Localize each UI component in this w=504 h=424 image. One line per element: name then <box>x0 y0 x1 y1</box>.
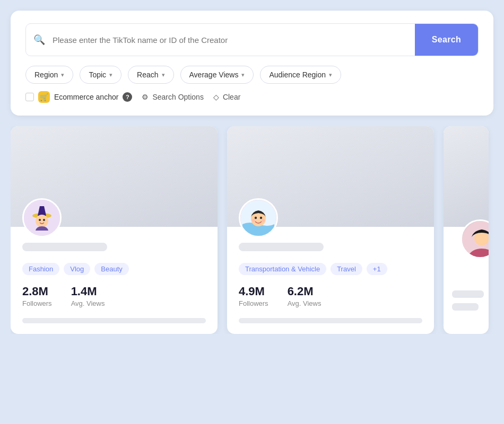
chevron-down-icon: ▾ <box>162 72 165 78</box>
followers-label: Followers <box>239 299 268 307</box>
filter-region-label: Region <box>34 70 58 79</box>
tag[interactable]: Beauty <box>94 263 128 275</box>
svg-point-7 <box>255 217 257 219</box>
search-bar: 🔍 Search <box>25 23 479 56</box>
search-input[interactable] <box>53 26 415 54</box>
creator-card[interactable]: Fashion Vlog Beauty 2.8M Followers 1.4M … <box>11 126 218 334</box>
sliders-icon: ⚙ <box>142 93 149 101</box>
partial-line <box>452 303 479 311</box>
ecommerce-icon: 🛒 <box>38 91 50 103</box>
followers-value: 2.8M <box>22 285 52 298</box>
card-cover <box>11 126 218 227</box>
avg-views-stat: 6.2M Avg. Views <box>288 285 321 307</box>
filter-audience-region[interactable]: Audience Region ▾ <box>260 66 341 84</box>
followers-value: 4.9M <box>239 285 268 298</box>
chevron-down-icon: ▾ <box>61 72 64 78</box>
avg-views-label: Avg. Views <box>71 299 105 307</box>
search-options-button[interactable]: ⚙ Search Options <box>142 93 204 101</box>
tag[interactable]: Vlog <box>64 263 90 275</box>
tag[interactable]: Fashion <box>22 263 59 275</box>
card-cover <box>444 126 489 227</box>
clear-button[interactable]: ◇ Clear <box>213 93 240 101</box>
filter-average-views[interactable]: Average Views ▾ <box>180 66 254 84</box>
avg-views-label: Avg. Views <box>288 299 321 307</box>
avg-views-value: 1.4M <box>71 285 105 298</box>
avatar <box>239 198 278 237</box>
filter-topic-label: Topic <box>89 70 106 79</box>
chevron-down-icon: ▾ <box>329 72 332 78</box>
chevron-down-icon: ▾ <box>109 72 112 78</box>
svg-point-3 <box>39 219 41 221</box>
svg-point-2 <box>36 215 48 227</box>
partial-line <box>452 290 484 298</box>
help-icon[interactable]: ? <box>123 92 132 102</box>
filter-region[interactable]: Region ▾ <box>25 66 73 84</box>
creator-card-partial <box>444 126 489 334</box>
ecommerce-checkbox[interactable] <box>25 93 34 101</box>
card-body: Fashion Vlog Beauty 2.8M Followers 1.4M … <box>11 227 218 334</box>
tag[interactable]: +1 <box>367 263 387 275</box>
engagement-bar <box>22 318 206 323</box>
tag[interactable]: Transportation & Vehicle <box>239 263 326 275</box>
followers-stat: 4.9M Followers <box>239 285 268 307</box>
filter-reach-label: Reach <box>137 70 158 79</box>
filter-reach[interactable]: Reach ▾ <box>128 66 173 84</box>
filter-average-views-label: Average Views <box>189 70 239 79</box>
avg-views-value: 6.2M <box>288 285 321 298</box>
search-panel: 🔍 Search Region ▾ Topic ▾ Reach ▾ Averag… <box>11 11 493 116</box>
search-button[interactable]: Search <box>415 24 478 56</box>
filter-row: Region ▾ Topic ▾ Reach ▾ Average Views ▾… <box>25 66 479 84</box>
followers-label: Followers <box>22 299 52 307</box>
options-row: 🛒 Ecommerce anchor ? ⚙ Search Options ◇ … <box>25 91 479 103</box>
card-cover <box>227 126 434 227</box>
engagement-bar <box>239 318 422 323</box>
chevron-down-icon: ▾ <box>241 72 245 78</box>
creator-card[interactable]: Transportation & Vehicle Travel +1 4.9M … <box>227 126 434 334</box>
partial-card-body <box>444 248 489 326</box>
ecommerce-label: Ecommerce anchor <box>54 93 118 101</box>
card-stats: 4.9M Followers 6.2M Avg. Views <box>239 285 422 307</box>
svg-point-4 <box>43 219 45 221</box>
svg-point-9 <box>252 219 255 222</box>
clear-icon: ◇ <box>213 93 219 101</box>
card-tags: Fashion Vlog Beauty <box>22 263 206 275</box>
ecommerce-anchor-checkbox-row[interactable]: 🛒 Ecommerce anchor ? <box>25 91 132 103</box>
svg-point-8 <box>260 217 262 219</box>
card-body: Transportation & Vehicle Travel +1 4.9M … <box>227 227 434 334</box>
avatar <box>22 198 62 237</box>
card-tags: Transportation & Vehicle Travel +1 <box>239 263 422 275</box>
clear-label: Clear <box>223 93 240 101</box>
card-stats: 2.8M Followers 1.4M Avg. Views <box>22 285 206 307</box>
filter-topic[interactable]: Topic ▾ <box>80 66 121 84</box>
search-options-label: Search Options <box>152 93 204 101</box>
avg-views-stat: 1.4M Avg. Views <box>71 285 105 307</box>
followers-stat: 2.8M Followers <box>22 285 52 307</box>
filter-audience-region-label: Audience Region <box>269 70 326 79</box>
creator-cards-area: Fashion Vlog Beauty 2.8M Followers 1.4M … <box>11 126 493 334</box>
tag[interactable]: Travel <box>331 263 362 275</box>
svg-point-10 <box>262 219 265 222</box>
creator-name-bar <box>239 243 324 251</box>
search-icon: 🔍 <box>26 34 53 46</box>
creator-name-bar <box>22 243 107 251</box>
